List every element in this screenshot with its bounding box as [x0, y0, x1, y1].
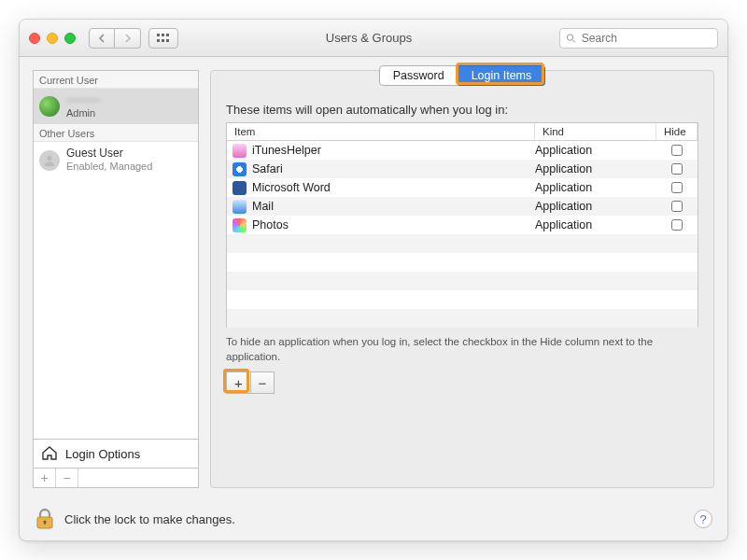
item-name: Photos [252, 218, 289, 231]
show-all-prefs-button[interactable] [148, 28, 178, 49]
svg-rect-11 [44, 522, 46, 525]
item-kind: Application [535, 218, 656, 231]
avatar [39, 150, 60, 171]
window-title: Users & Groups [186, 31, 552, 45]
nav-back-button[interactable] [89, 28, 115, 49]
sidebar-item-current-user[interactable]: ——— Admin [34, 89, 198, 124]
login-items-add-remove: + − [226, 371, 698, 394]
login-options-button[interactable]: Login Options [33, 439, 199, 469]
svg-rect-4 [162, 39, 164, 42]
svg-rect-5 [166, 39, 169, 42]
chevron-right-icon [124, 34, 132, 43]
house-icon [41, 445, 58, 462]
svg-rect-2 [166, 34, 169, 36]
table-row[interactable]: PhotosApplication [227, 216, 698, 234]
search-field[interactable] [559, 28, 718, 49]
sidebar-item-guest-user[interactable]: Guest User Enabled, Managed [34, 142, 198, 177]
person-icon [43, 154, 56, 167]
lock-region[interactable]: Click the lock to make changes. [35, 508, 235, 530]
add-login-item-button[interactable]: + [226, 371, 250, 394]
hide-checkbox[interactable] [671, 201, 683, 212]
col-kind[interactable]: Kind [535, 123, 656, 140]
tab-password[interactable]: Password [379, 65, 458, 86]
hide-checkbox[interactable] [671, 163, 683, 175]
nav-forward-button[interactable] [115, 28, 141, 49]
hide-checkbox[interactable] [671, 145, 683, 156]
user-sidebar: Current User ——— Admin Other Users Guest… [33, 70, 199, 488]
app-icon [233, 181, 247, 195]
table-row[interactable]: iTunesHelperApplication [227, 141, 698, 160]
search-icon [566, 33, 576, 44]
add-user-button[interactable]: + [34, 469, 56, 487]
hide-checkbox[interactable] [671, 219, 683, 231]
window-controls [29, 33, 76, 44]
user-name-label: Guest User [66, 147, 152, 161]
user-role-label: Enabled, Managed [66, 161, 152, 173]
user-name-label: ——— [66, 94, 100, 107]
table-body: iTunesHelperApplicationSafariApplication… [227, 141, 698, 328]
table-row-empty [227, 290, 698, 309]
app-icon [233, 144, 247, 158]
user-list: Current User ——— Admin Other Users Guest… [33, 70, 199, 439]
hide-hint: To hide an application when you log in, … [226, 335, 698, 364]
table-header: Item Kind Hide [227, 123, 698, 141]
lock-icon [35, 508, 55, 530]
footer: Click the lock to make changes. ? [20, 497, 727, 540]
item-name: Mail [252, 200, 274, 213]
svg-rect-1 [162, 34, 164, 36]
zoom-window-button[interactable] [64, 33, 76, 44]
tab-login-items[interactable]: Login Items [458, 65, 546, 86]
grid-icon [157, 34, 170, 43]
other-users-header: Other Users [34, 124, 198, 142]
table-row[interactable]: Microsoft WordApplication [227, 178, 698, 197]
lock-text: Click the lock to make changes. [64, 512, 235, 526]
item-kind: Application [535, 162, 656, 175]
table-row[interactable]: SafariApplication [227, 160, 698, 178]
table-row-empty [227, 272, 698, 290]
svg-point-6 [567, 34, 572, 39]
svg-rect-3 [157, 39, 160, 42]
svg-rect-0 [157, 34, 160, 36]
login-items-table: Item Kind Hide iTunesHelperApplicationSa… [226, 122, 698, 328]
app-icon [233, 200, 247, 214]
content-area: Current User ——— Admin Other Users Guest… [20, 57, 727, 497]
help-button[interactable]: ? [694, 510, 712, 528]
table-row-empty [227, 253, 698, 272]
table-row-empty [227, 309, 698, 328]
item-kind: Application [535, 200, 656, 213]
item-kind: Application [535, 181, 656, 194]
user-role-label: Admin [66, 107, 100, 119]
table-row[interactable]: MailApplication [227, 197, 698, 216]
sidebar-add-remove: + − [33, 469, 199, 488]
minimize-window-button[interactable] [47, 33, 58, 44]
search-input[interactable] [580, 31, 712, 46]
main-panel: Password Login Items These items will op… [210, 70, 714, 488]
prefs-window: Users & Groups Current User ——— Admin Ot… [19, 19, 728, 541]
remove-user-button[interactable]: − [56, 469, 78, 487]
nav-back-forward [89, 28, 141, 49]
item-name: iTunesHelper [252, 144, 321, 157]
chevron-left-icon [98, 34, 106, 43]
remove-login-item-button[interactable]: − [250, 371, 275, 394]
svg-line-7 [572, 39, 575, 42]
login-options-label: Login Options [65, 447, 140, 461]
login-items-intro: These items will open automatically when… [226, 103, 698, 117]
col-item[interactable]: Item [227, 123, 535, 140]
item-name: Microsoft Word [252, 181, 331, 194]
col-hide[interactable]: Hide [656, 123, 698, 140]
svg-point-8 [47, 155, 51, 160]
tabs: Password Login Items [211, 65, 713, 86]
item-kind: Application [535, 144, 656, 157]
item-name: Safari [252, 162, 283, 175]
close-window-button[interactable] [29, 33, 40, 44]
hide-checkbox[interactable] [671, 182, 683, 193]
app-icon [233, 218, 247, 232]
current-user-header: Current User [34, 71, 198, 89]
titlebar: Users & Groups [20, 20, 727, 57]
avatar [39, 96, 60, 117]
table-row-empty [227, 234, 698, 253]
app-icon [233, 162, 247, 176]
